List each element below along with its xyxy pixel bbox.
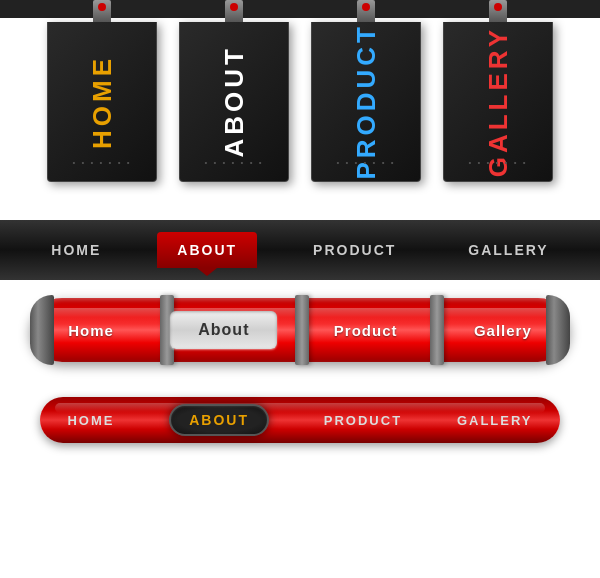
nav4-item-product[interactable]: PRODUCT [324, 413, 402, 428]
nav1-tabs-row: HOME ABOUT PRODUCT GALLERY [0, 0, 600, 182]
tab-label-home: HOME [87, 55, 118, 149]
nav3-item-gallery[interactable]: Gallery [454, 314, 552, 347]
nav2-item-about[interactable]: ABOUT [157, 232, 257, 268]
nav2-horizontal-bar: HOME ABOUT PRODUCT GALLERY [0, 220, 600, 280]
nav1-tab-gallery[interactable]: GALLERY [443, 0, 553, 182]
nav4-pipe-body: HOME ABOUT PRODUCT GALLERY [40, 397, 560, 443]
nav1-tab-about[interactable]: ABOUT [179, 0, 289, 182]
nav4-item-gallery[interactable]: GALLERY [457, 413, 533, 428]
tab-body-about: ABOUT [179, 22, 289, 182]
tab-clip-gallery [489, 0, 507, 22]
nav1-tab-product[interactable]: PRODUCT [311, 0, 421, 182]
tab-body-product: PRODUCT [311, 22, 421, 182]
nav2-item-home[interactable]: HOME [35, 234, 117, 266]
nav3-item-about[interactable]: About [170, 311, 277, 349]
nav3-item-product[interactable]: Product [314, 314, 418, 347]
tab-label-product: PRODUCT [351, 23, 382, 180]
nav4-item-home[interactable]: HOME [67, 413, 114, 428]
nav1-hanging-tabs: HOME ABOUT PRODUCT GALLERY [0, 0, 600, 220]
nav3-joint-3 [430, 295, 444, 365]
nav2-item-product[interactable]: PRODUCT [297, 234, 412, 266]
tab-body-gallery: GALLERY [443, 22, 553, 182]
nav4-pill-nav: HOME ABOUT PRODUCT GALLERY [0, 380, 600, 460]
nav4-item-about[interactable]: ABOUT [169, 404, 269, 436]
tab-label-about: ABOUT [219, 45, 250, 157]
nav4-items-row: HOME ABOUT PRODUCT GALLERY [40, 404, 560, 436]
nav2-item-gallery[interactable]: GALLERY [452, 234, 564, 266]
tab-label-gallery: GALLERY [483, 26, 514, 177]
nav3-item-home[interactable]: Home [48, 314, 134, 347]
nav3-joint-2 [295, 295, 309, 365]
nav2-items-row: HOME ABOUT PRODUCT GALLERY [35, 232, 564, 268]
tab-clip-product [357, 0, 375, 22]
tab-clip-home [93, 0, 111, 22]
nav1-tab-home[interactable]: HOME [47, 0, 157, 182]
tab-body-home: HOME [47, 22, 157, 182]
tab-clip-about [225, 0, 243, 22]
nav3-pipe-body: Home About Product Gallery [30, 298, 570, 362]
nav3-pipe-nav: Home About Product Gallery [0, 280, 600, 380]
